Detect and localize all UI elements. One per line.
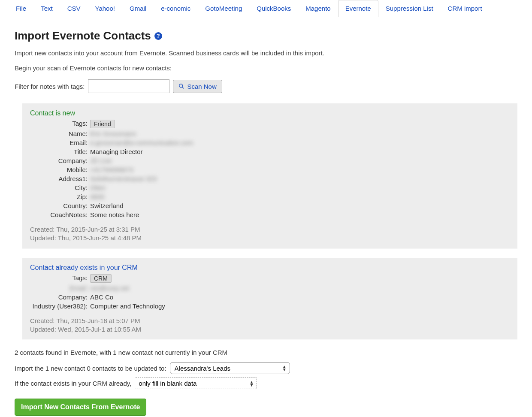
tab-magento[interactable]: Magento <box>298 0 338 17</box>
contact-card-existing: Contact already exists in your CRM Tags:… <box>22 258 517 340</box>
updated-value2: Wed, 2015-Jul-1 at 10:55 AM <box>58 326 141 333</box>
tag-filter-input[interactable] <box>88 79 169 93</box>
exists-behavior-select[interactable]: only fill in blank data <box>135 378 257 389</box>
scan-row: Filter for notes with tags: Scan Now <box>15 79 517 93</box>
import-contacts-button[interactable]: Import New Contacts From Evernote <box>15 399 146 416</box>
import-to-select[interactable]: Alessandra's Leads <box>170 362 290 374</box>
tab-e-conomic[interactable]: e-conomic <box>154 0 198 17</box>
source-tabs: FileTextCSVYahoo!Gmaile-conomicGotoMeeti… <box>0 0 532 17</box>
import-to-label: Import the 1 new contact 0 contacts to b… <box>15 365 166 372</box>
val-zip: 4600 <box>90 193 104 200</box>
main-content: Import Evernote Contacts ? Import new co… <box>0 17 532 417</box>
label-company2: Company: <box>30 293 90 301</box>
status-exists: Contact already exists in your CRM <box>30 264 510 272</box>
label-tags2: Tags: <box>30 274 90 283</box>
page-title-row: Import Evernote Contacts ? <box>15 29 517 42</box>
label-email: Email: <box>30 139 90 146</box>
scan-now-button[interactable]: Scan Now <box>173 80 222 93</box>
tab-evernote[interactable]: Evernote <box>338 0 378 17</box>
scan-now-label: Scan Now <box>187 83 216 90</box>
tab-crm-import[interactable]: CRM import <box>441 0 490 17</box>
import-button-label: Import New Contacts From Evernote <box>21 403 140 411</box>
page-description: Import new contacts into your account fr… <box>15 49 517 57</box>
label-company: Company: <box>30 157 90 164</box>
exists-label: If the contact exists in your CRM alread… <box>15 380 131 387</box>
val-coachnotes: Some notes here <box>90 211 139 218</box>
label-title: Title: <box>30 148 90 155</box>
label-mobile: Mobile: <box>30 166 90 173</box>
val-city: Olten <box>90 184 106 191</box>
updated-label2: Updated: <box>30 326 56 333</box>
label-city: City: <box>30 184 90 191</box>
updated-value: Thu, 2015-Jun-25 at 4:48 PM <box>58 234 142 242</box>
tab-gotomeeting[interactable]: GotoMeeting <box>198 0 249 17</box>
page-title: Import Evernote Contacts <box>15 29 151 42</box>
svg-line-1 <box>182 87 184 89</box>
created-label2: Created: <box>30 317 55 324</box>
created-label: Created: <box>30 226 55 233</box>
label-country: Country: <box>30 202 90 209</box>
label-name: Name: <box>30 130 90 137</box>
created-value: Thu, 2015-Jun-25 at 3:31 PM <box>56 226 140 233</box>
val-email: e.grossman@a-communication.com <box>90 139 193 146</box>
val-industry: Computer and Technology <box>90 302 165 310</box>
val-company: JD Live <box>90 157 112 164</box>
tab-yahoo-[interactable]: Yahoo! <box>88 0 122 17</box>
tab-text[interactable]: Text <box>33 0 60 17</box>
val-email2: ron@corp.net <box>90 284 129 292</box>
results: Contact is new Tags:Friend Name:Eric Gro… <box>22 103 517 339</box>
label-tags: Tags: <box>30 120 90 128</box>
meta-existing: Created: Thu, 2015-Jun-18 at 5:07 PM Upd… <box>30 317 510 334</box>
tag-chip-crm[interactable]: CRM <box>90 274 112 283</box>
filter-label: Filter for notes with tags: <box>15 83 85 90</box>
tab-quickbooks[interactable]: QuickBooks <box>249 0 298 17</box>
val-name: Eric Grossmann <box>90 130 136 137</box>
tab-file[interactable]: File <box>9 0 33 17</box>
status-new: Contact is new <box>30 109 510 117</box>
import-to-row: Import the 1 new contact 0 contacts to b… <box>15 362 517 374</box>
label-industry: Industry (User382): <box>30 302 90 310</box>
val-company2: ABC Co <box>90 293 113 301</box>
val-country: Switzerland <box>90 202 124 209</box>
created-value2: Thu, 2015-Jun-18 at 5:07 PM <box>56 317 140 324</box>
meta-new: Created: Thu, 2015-Jun-25 at 3:31 PM Upd… <box>30 225 510 243</box>
tab-gmail[interactable]: Gmail <box>122 0 154 17</box>
summary-found: 2 contacts found in Evernote, with 1 new… <box>15 349 517 356</box>
search-icon <box>178 83 184 89</box>
tab-suppression-list[interactable]: Suppression List <box>378 0 441 17</box>
val-title: Managing Director <box>90 148 143 155</box>
tag-chip[interactable]: Friend <box>90 120 115 128</box>
exists-behavior-row: If the contact exists in your CRM alread… <box>15 378 517 389</box>
contact-card-new: Contact is new Tags:Friend Name:Eric Gro… <box>22 103 517 248</box>
help-icon[interactable]: ? <box>154 32 162 40</box>
val-address1: Solothurnerstrasse 323 <box>90 175 157 182</box>
svg-point-0 <box>179 84 183 88</box>
begin-scan-text: Begin your scan of Evernote contacts for… <box>15 64 517 72</box>
updated-label: Updated: <box>30 234 56 242</box>
label-zip: Zip: <box>30 193 90 200</box>
label-address1: Address1: <box>30 175 90 182</box>
label-email2: Email: <box>30 284 90 292</box>
label-coachnotes: CoachNotes: <box>30 211 90 218</box>
tab-csv[interactable]: CSV <box>60 0 88 17</box>
val-mobile: +41794096673 <box>90 166 133 173</box>
